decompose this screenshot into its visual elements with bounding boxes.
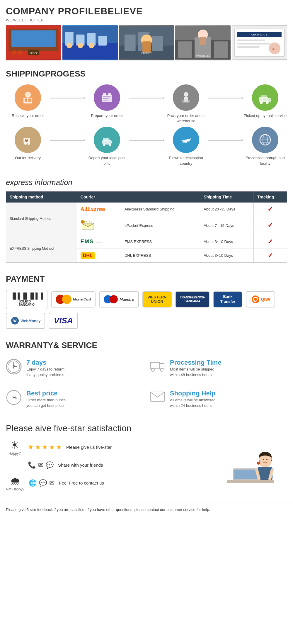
clock-svg: 7 [6,359,22,375]
sort-icon [252,127,278,153]
svg-point-60 [266,101,269,104]
company-title: COMPANY PROFILEBELIEVE [6,6,287,17]
step-receive: Receive your order [6,84,50,118]
col-tracking: Tracking [253,191,287,202]
epacket-name-cell: ePacket Express [121,216,200,235]
star-2: ★ [35,444,41,451]
step-pack-label: Pack your order at our warehouse [164,113,208,124]
office2-photo-svg [62,25,118,60]
footer-note: Please give 5 star feedback if you are s… [0,504,293,519]
maestro-label: Maestro [120,297,134,302]
fivestar-title: Please aive five-star satisfaction [6,423,287,433]
mc-circles [56,295,71,304]
svg-point-59 [260,101,263,104]
warranty-grid: 7 7 days Enjoy 7 days to returmif any qu… [6,356,287,412]
svg-point-14 [78,43,83,48]
phone-icon: 📞 [28,461,36,469]
prepare-svg [100,90,114,105]
epacket-time-cell: About 7 - 15 Days [200,216,254,235]
western-union-logo: WESTERNUNION [142,291,172,307]
ems-time-cell: About 3~10 Days [200,235,254,249]
svg-point-13 [67,43,72,48]
svg-rect-63 [23,139,24,140]
nothappy-label: Not Happy? [6,487,24,491]
svg-text:FACTORY: FACTORY [141,52,151,55]
svg-rect-44 [28,98,31,102]
warehouse-photo-svg: WAREHOUSE [175,25,231,60]
depart-icon [94,127,120,153]
clock-icon: 7 [6,359,22,378]
svg-point-65 [24,142,27,145]
svg-marker-58 [268,98,271,102]
svg-point-112 [257,462,260,465]
svg-marker-98 [160,363,164,369]
step-prepare: Prepare your order [85,84,129,118]
progress-row-1: Receive your order Prepare your order [6,84,287,124]
svg-rect-43 [25,98,27,102]
happy-mood: ☀ Happy? [6,439,23,456]
warranty-bestprice: -% Best price Order more than 50pcsyou c… [6,387,144,412]
transferencia-label: TRANSFERENCIABANCARIA [180,295,205,303]
step-sort-label: Processed through sort facility [243,155,287,166]
discount-icon: -% [6,390,22,408]
star-1: ★ [28,444,34,451]
company-profile-section: COMPANY PROFILEBELIEVE WE WLL DO BETTER … [0,0,293,63]
svg-rect-26 [178,41,192,58]
receive-icon [15,84,41,111]
epacket-logo-cell [77,216,121,235]
svg-point-89 [256,300,259,303]
webmoney-label: WebMoney [21,319,40,323]
svg-point-45 [26,93,30,96]
fivestar-label: Please give us five-star [66,445,112,450]
svg-point-71 [109,144,111,146]
company-photo-4: WAREHOUSE [175,25,231,60]
shipping-progress-title: SHIPPINGPROGESS [6,69,287,79]
mail-icon: ✉ [38,461,43,469]
company-photos: OFFICE [6,25,287,60]
mastercard-label: MasterCard [73,298,91,301]
star-5: ★ [56,444,62,451]
svg-point-70 [103,144,105,146]
days-text: Enjoy 7 days to returmif any quality pro… [26,366,64,378]
svg-rect-12 [98,36,107,45]
delivery-icon: 📦 [15,127,41,153]
qiwi-logo: QIWI [246,291,275,307]
svg-rect-75 [182,141,187,143]
flown-svg [179,132,193,147]
transferencia-logo: TRANSFERENCIABANCARIA [175,291,210,307]
truck-icon [149,359,166,375]
epacket-checkmark: ✓ [268,222,273,229]
ems-checkmark: ✓ [268,238,273,245]
connector-1 [50,98,85,98]
svg-rect-42 [23,98,32,103]
ali-name-cell: Aliexpress Standard Shipping [121,202,200,216]
receive-svg [21,90,35,105]
step-pickup-label: Picked up by mail service [244,113,287,118]
contact-mail-icon: ✉ [49,479,54,487]
step-flown-label: Flown to destination country [164,155,208,166]
svg-point-3 [12,50,16,55]
fivestar-left: ☀ Happy? ★ ★ ★ ★ ★ Please give us five-s… [6,439,208,498]
express-method-cell: EXPRESS Shipping Method [6,235,77,262]
office-photo-svg: OFFICE [6,25,61,60]
svg-rect-30 [200,37,206,45]
fivestar-content: ☀ Happy? ★ ★ ★ ★ ★ Please give us five-s… [6,439,287,498]
step-flown: Flown to destination country [164,127,208,166]
col-method: Shipping method [6,191,77,202]
world-icon: 🌐 [29,479,37,487]
sort-svg [258,132,272,147]
svg-marker-76 [181,140,183,141]
dhl-checkmark: ✓ [268,252,273,259]
shoppinghelp-text: All emails will be answeredwithin 24 bus… [170,397,215,409]
step-sort: Processed through sort facility [243,127,287,166]
star-3: ★ [42,444,48,451]
cloud-icon: 🌧 [6,475,24,487]
pickup-icon [252,84,278,111]
company-photo-5: CERTIFICATE CERT [232,25,287,60]
svg-rect-49 [108,93,111,96]
social-icons: 📞 ✉ 💬 [28,461,54,469]
svg-rect-37 [237,43,270,45]
bestprice-content: Best price Order more than 50pcsyou can … [26,390,66,409]
svg-rect-20 [152,36,163,51]
express-title: express information [6,178,287,187]
